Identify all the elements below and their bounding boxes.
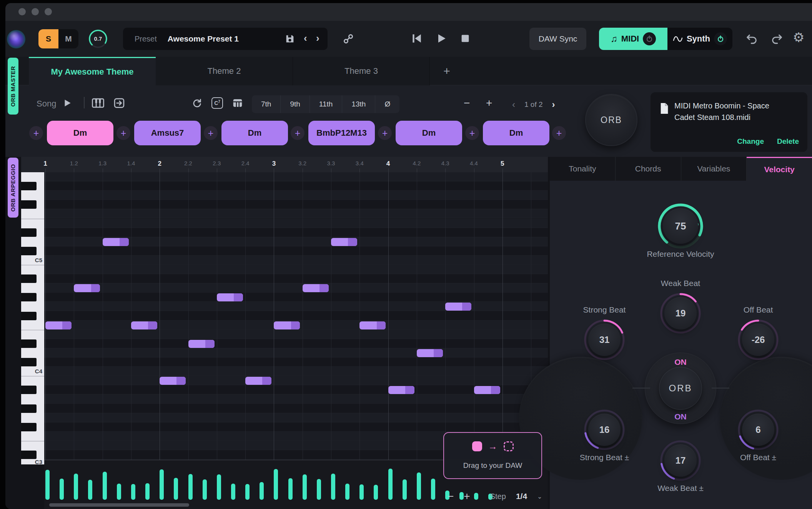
velocity-bar[interactable]: [217, 474, 221, 500]
velocity-bar[interactable]: [88, 480, 92, 500]
horizontal-scrollbar[interactable]: [49, 503, 189, 507]
velocity-bar[interactable]: [388, 469, 393, 500]
grid-view-icon[interactable]: [231, 97, 244, 109]
redo-icon[interactable]: [770, 33, 784, 46]
midi-mode-button[interactable]: ♫ MIDI: [599, 28, 667, 50]
midi-note[interactable]: [217, 293, 243, 301]
velocity-bar[interactable]: [174, 478, 178, 500]
settings-gear-icon[interactable]: ⚙: [793, 31, 804, 44]
export-arrow-icon[interactable]: [113, 97, 125, 109]
velocity-bar[interactable]: [45, 470, 50, 500]
tab-variables[interactable]: Variables: [681, 157, 747, 181]
midi-note[interactable]: [359, 321, 386, 329]
black-key[interactable]: [21, 423, 37, 431]
rewind-button[interactable]: [411, 32, 423, 45]
ext-13th[interactable]: 13th: [342, 95, 375, 113]
add-chord-button[interactable]: +: [552, 126, 566, 140]
chord-type-icon[interactable]: C7: [211, 97, 223, 109]
strong-beat-range-knob[interactable]: 16: [581, 407, 627, 453]
reference-velocity-knob[interactable]: 75: [656, 201, 706, 251]
velocity-bar[interactable]: [188, 474, 193, 500]
timeline-ruler[interactable]: 11.21.31.422.22.32.433.23.33.444.24.34.4…: [21, 157, 548, 172]
strong-beat-knob[interactable]: 31: [581, 317, 627, 363]
black-key[interactable]: [21, 312, 37, 320]
play-button[interactable]: [435, 32, 448, 45]
velocity-bar[interactable]: [260, 482, 264, 500]
master-volume-knob[interactable]: 0.7: [88, 29, 108, 49]
drag-to-daw-box[interactable]: → Drag to your DAW: [443, 432, 542, 479]
daw-sync-button[interactable]: DAW Sync: [529, 28, 586, 50]
velocity-bar[interactable]: [117, 484, 121, 500]
add-chord-button[interactable]: +: [116, 126, 130, 140]
midi-note[interactable]: [245, 377, 271, 385]
orb-master-knob[interactable]: ORB: [585, 94, 637, 146]
black-key[interactable]: [21, 200, 37, 209]
velocity-bar[interactable]: [131, 484, 135, 500]
velocity-bar[interactable]: [374, 485, 378, 500]
window-titlebar[interactable]: [5, 3, 812, 21]
midi-power-icon[interactable]: [643, 32, 656, 45]
page-prev-icon[interactable]: ‹: [512, 99, 515, 110]
midi-note[interactable]: [74, 284, 100, 292]
velocity-bar[interactable]: [145, 483, 150, 500]
piano-keys-column[interactable]: C5C4C3: [21, 172, 44, 464]
black-key[interactable]: [21, 182, 37, 190]
stop-button[interactable]: [459, 32, 471, 45]
midi-note[interactable]: [388, 386, 414, 394]
chord-slot-button[interactable]: Dm: [221, 121, 288, 145]
ext-11th[interactable]: 11th: [309, 95, 342, 113]
ext-7th[interactable]: 7th: [252, 95, 280, 113]
synth-power-icon[interactable]: [714, 32, 727, 45]
velocity-bar[interactable]: [345, 484, 349, 500]
synth-mode-button[interactable]: Synth: [667, 28, 732, 50]
midi-note[interactable]: [160, 377, 186, 385]
midi-note[interactable]: [417, 349, 443, 357]
black-key[interactable]: [21, 451, 37, 459]
solo-button[interactable]: S: [38, 29, 58, 48]
tab-chords[interactable]: Chords: [616, 157, 681, 181]
minimize-window-icon[interactable]: [32, 8, 39, 15]
tab-velocity[interactable]: Velocity: [747, 157, 812, 181]
velocity-bar[interactable]: [274, 469, 278, 500]
ext-none[interactable]: Ø: [375, 95, 399, 113]
midi-note[interactable]: [131, 321, 157, 329]
step-value-dropdown[interactable]: 1/4: [516, 492, 527, 501]
piano-icon[interactable]: [92, 97, 105, 109]
velocity-bar[interactable]: [74, 474, 78, 500]
link-icon[interactable]: [342, 33, 354, 45]
tab-tonality[interactable]: Tonality: [550, 157, 616, 181]
bars-minus-button[interactable]: −: [464, 98, 470, 108]
weak-beat-range-knob[interactable]: 17: [657, 437, 704, 484]
preset-next-icon[interactable]: ›: [316, 33, 319, 43]
velocity-bar[interactable]: [60, 479, 64, 500]
add-theme-button[interactable]: +: [435, 57, 458, 85]
velocity-bar[interactable]: [103, 472, 107, 500]
velocity-bar[interactable]: [160, 469, 164, 500]
velocity-bar[interactable]: [331, 474, 335, 500]
mute-button[interactable]: M: [58, 29, 78, 48]
weak-beat-knob[interactable]: 19: [657, 290, 704, 336]
delete-file-button[interactable]: Delete: [777, 137, 799, 146]
midi-note[interactable]: [103, 238, 129, 246]
preset-selector[interactable]: Preset Awesome Preset 1 ‹ ›: [123, 28, 328, 50]
black-key[interactable]: [21, 358, 37, 366]
black-key[interactable]: [21, 386, 37, 394]
on-toggle-top[interactable]: ON: [642, 358, 719, 367]
midi-note[interactable]: [474, 386, 500, 394]
midi-note[interactable]: [303, 284, 329, 292]
tab-theme-3[interactable]: Theme 3: [293, 57, 430, 85]
black-key[interactable]: [21, 247, 37, 255]
midi-note[interactable]: [445, 303, 471, 311]
regenerate-icon[interactable]: [191, 97, 203, 109]
page-next-icon[interactable]: ›: [552, 99, 555, 110]
zoom-window-icon[interactable]: [45, 8, 52, 15]
bars-plus-button[interactable]: +: [486, 98, 492, 108]
velocity-bar[interactable]: [231, 484, 235, 500]
preset-prev-icon[interactable]: ‹: [304, 33, 307, 43]
velocity-bar[interactable]: [303, 474, 307, 500]
add-chord-button[interactable]: +: [465, 126, 479, 140]
add-chord-button[interactable]: +: [29, 126, 43, 140]
ext-9th[interactable]: 9th: [280, 95, 309, 113]
save-preset-icon[interactable]: [285, 33, 295, 44]
chord-slot-button[interactable]: Dm: [483, 121, 549, 145]
